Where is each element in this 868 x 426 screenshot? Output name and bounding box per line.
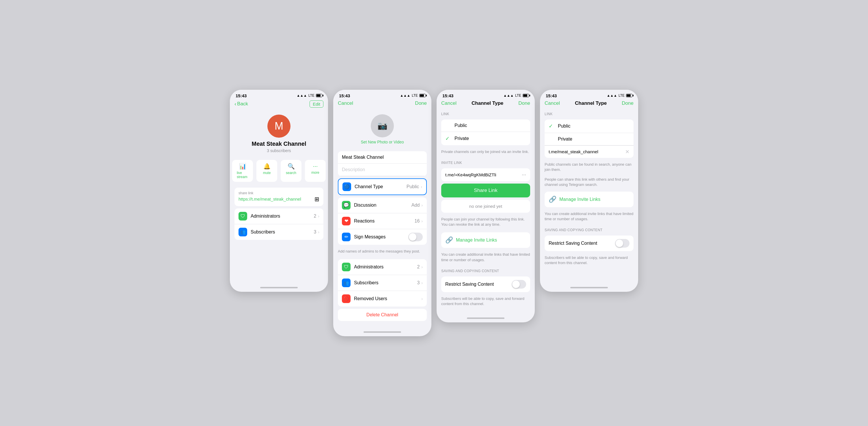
channel-type-options-4: ✓ Public Private t.me/meat_steak_channel… <box>545 120 633 158</box>
administrators-cell-2[interactable]: 🛡 Administrators 2 › <box>338 259 427 275</box>
share-link-value[interactable]: https://t.me/meat_steak_channel <box>239 197 301 201</box>
avatar: M <box>268 114 290 138</box>
sign-messages-toggle[interactable] <box>408 233 423 241</box>
photo-circle[interactable]: 📷 <box>371 114 394 137</box>
name-input-section: Meat Steak Channel Description <box>338 151 427 176</box>
url-input-value[interactable]: t.me/meat_steak_channel <box>549 149 625 154</box>
time-4: 15:43 <box>546 93 557 98</box>
home-indicator-4 <box>540 285 638 292</box>
channel-name-input[interactable]: Meat Steak Channel <box>338 151 427 164</box>
home-indicator-1 <box>230 285 328 292</box>
manage-links-cell-3[interactable]: 🔗 Manage Invite Links <box>441 232 530 248</box>
more-dots-icon[interactable]: ··· <box>522 172 526 178</box>
channel-type-label: Channel Type <box>354 184 407 189</box>
cancel-button-3[interactable]: Cancel <box>441 100 457 106</box>
signal-icon-4: ▲▲▲ <box>607 94 617 98</box>
subscribers-cell[interactable]: 👥 Subscribers 3 › <box>235 224 323 240</box>
restrict-saving-toggle-4[interactable] <box>615 239 629 248</box>
channel-type-icon: 🔵 <box>342 183 351 191</box>
subscribers-cell-2[interactable]: 👥 Subscribers 3 › <box>338 275 427 291</box>
manage-links-note-4: You can create additional invite links t… <box>540 209 638 225</box>
subscriber-count: 3 subscribers <box>267 149 291 153</box>
channel-type-value: Public <box>407 184 419 189</box>
mute-label: mute <box>263 171 271 175</box>
done-button-3[interactable]: Done <box>518 100 530 106</box>
search-button[interactable]: 🔍 search <box>281 160 302 182</box>
url-clear-icon[interactable]: ✕ <box>625 149 629 155</box>
back-arrow-icon: ‹ <box>235 101 236 107</box>
description-input[interactable]: Description <box>338 164 427 176</box>
time-2: 15:43 <box>339 93 350 98</box>
phone-screen-2: 15:43 ▲▲▲ LTE Cancel Done 📷 Set New Phot… <box>333 90 431 336</box>
subs-value-2: 3 <box>417 280 420 286</box>
sign-messages-note: Add names of admins to the messages they… <box>333 247 431 257</box>
restrict-saving-toggle-3[interactable] <box>512 280 526 289</box>
done-button-2[interactable]: Done <box>415 100 427 106</box>
live-stream-button[interactable]: 📊 live stream <box>232 160 253 182</box>
screens-container: 15:43 ▲▲▲ LTE ‹ Back Edit M Meat Steak C… <box>230 90 638 336</box>
discussion-icon: 💬 <box>342 201 350 209</box>
more-button[interactable]: ··· more <box>305 160 326 182</box>
invite-link-box-3: t.me/+Ke4wqRgKMdBiZTli ··· <box>441 168 530 181</box>
home-bar-4 <box>570 287 608 288</box>
discussion-label: Discussion <box>354 203 411 208</box>
saving-section-4: Restrict Saving Content <box>545 235 633 251</box>
status-bar-4: 15:43 ▲▲▲ LTE <box>540 90 638 99</box>
nav-bar-1: ‹ Back Edit <box>230 99 328 110</box>
discussion-cell[interactable]: 💬 Discussion Add › <box>338 197 427 213</box>
delete-channel-button[interactable]: Delete Channel <box>338 309 427 321</box>
delete-section: Delete Channel <box>338 309 427 321</box>
removed-users-cell[interactable]: 🚫 Removed Users › <box>338 291 427 306</box>
public-option-4[interactable]: ✓ Public <box>545 120 633 133</box>
reactions-cell[interactable]: ❤ Reactions 16 › <box>338 213 427 229</box>
qr-icon[interactable]: ⊞ <box>314 196 319 203</box>
nav-bar-4: Cancel Channel Type Done <box>540 99 638 108</box>
network-label-2: LTE <box>412 94 418 98</box>
subs-icon-2: 👥 <box>342 278 350 287</box>
manage-links-cell-4[interactable]: 🔗 Manage Invite Links <box>545 192 633 207</box>
administrators-cell[interactable]: 🛡 Administrators 2 › <box>235 208 323 224</box>
invite-link-value[interactable]: t.me/+Ke4wqRgKMdBiZTli <box>445 172 522 177</box>
public-label-3: Public <box>455 123 467 128</box>
chevron-icon: › <box>421 185 422 189</box>
public-text-group: Public <box>558 124 629 129</box>
search-icon: 🔍 <box>288 163 295 170</box>
phone-screen-4: 15:43 ▲▲▲ LTE Cancel Channel Type Done L… <box>540 90 638 292</box>
join-note-3: People can join your channel by followin… <box>437 215 535 230</box>
sign-messages-cell[interactable]: ✏ Sign Messages <box>338 229 427 245</box>
private-check-icon: ✓ <box>445 135 452 142</box>
back-button-1[interactable]: ‹ Back <box>235 101 248 107</box>
edit-button[interactable]: Edit <box>310 100 323 108</box>
saving-note-4: Subscribers will be able to copy, save a… <box>540 253 638 268</box>
link-header-4: LINK <box>540 108 638 117</box>
home-bar-3 <box>467 318 504 319</box>
live-stream-label: live stream <box>237 171 248 179</box>
home-indicator-2 <box>333 329 431 336</box>
private-option-3[interactable]: ✓ Private <box>441 132 530 145</box>
reactions-icon: ❤ <box>342 217 350 225</box>
status-bar-2: 15:43 ▲▲▲ LTE <box>333 90 431 99</box>
more-label: more <box>311 171 319 175</box>
home-indicator-3 <box>437 315 535 322</box>
restrict-saving-cell-4: Restrict Saving Content <box>545 235 633 251</box>
share-link-button-3[interactable]: Share Link <box>441 184 530 197</box>
mute-button[interactable]: 🔔 mute <box>256 160 277 182</box>
subs-label-2: Subscribers <box>354 280 417 286</box>
private-option-4[interactable]: Private <box>545 133 633 145</box>
cancel-button-4[interactable]: Cancel <box>545 100 560 106</box>
done-button-4[interactable]: Done <box>622 100 633 106</box>
battery-icon-3 <box>523 94 529 97</box>
public-option-3[interactable]: Public <box>441 120 530 132</box>
share-link-label: share link <box>239 191 319 195</box>
admins-value-2: 2 <box>417 264 420 269</box>
invite-link-header-3: INVITE LINK <box>437 157 535 166</box>
subscribers-icon: 👥 <box>239 228 247 236</box>
mute-icon: 🔔 <box>264 163 271 170</box>
saving-section-3: Restrict Saving Content <box>441 276 530 292</box>
administrators-icon: 🛡 <box>239 212 247 221</box>
cancel-button-2[interactable]: Cancel <box>338 100 353 106</box>
status-bar-1: 15:43 ▲▲▲ LTE <box>230 90 328 99</box>
photo-label[interactable]: Set New Photo or Video <box>361 140 404 144</box>
action-row: 📊 live stream 🔔 mute 🔍 search ··· more <box>230 157 328 185</box>
channel-type-cell[interactable]: 🔵 Channel Type Public › <box>338 179 426 195</box>
